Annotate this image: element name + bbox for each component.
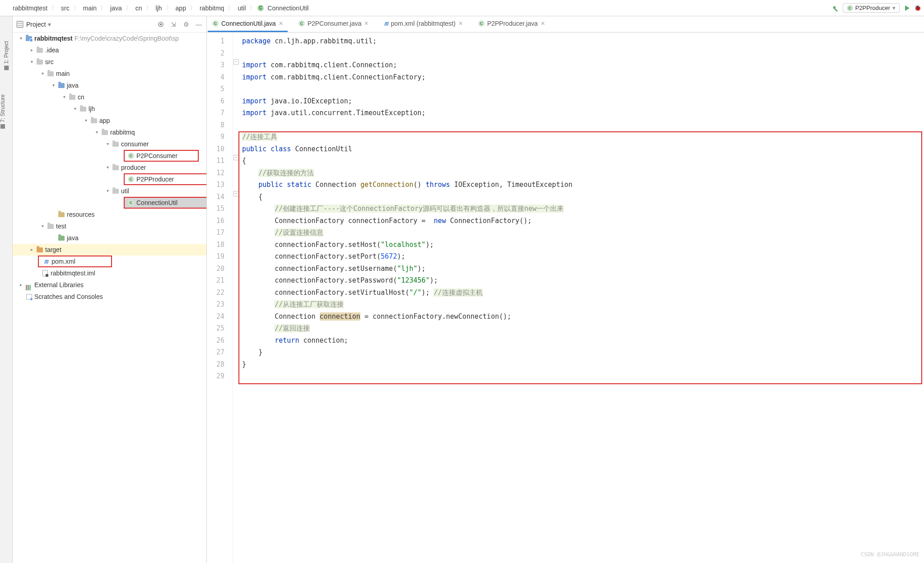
class-icon: C <box>847 5 853 11</box>
crumb-1[interactable]: src <box>59 4 71 13</box>
crumb-7[interactable]: rabbitmq <box>198 4 226 13</box>
crumb-8[interactable]: util <box>236 4 247 13</box>
debug-icon[interactable]: 🐞 <box>914 5 921 12</box>
crumb-0[interactable]: rabbitmqtest <box>11 4 49 13</box>
run-config-selector[interactable]: C P2PProducer ▾ <box>843 3 900 13</box>
run-config-label: P2PProducer <box>855 5 890 11</box>
crumb-3[interactable]: java <box>108 4 124 13</box>
crumb-5[interactable]: ljh <box>154 4 164 13</box>
crumb-4[interactable]: cn <box>134 4 144 13</box>
chevron-down-icon: ▾ <box>892 5 896 11</box>
class-icon: C <box>257 5 264 11</box>
breadcrumb[interactable]: rabbitmqtest〉 src〉 main〉 java〉 cn〉 ljh〉 … <box>3 4 832 13</box>
build-icon[interactable] <box>832 5 839 12</box>
crumb-6[interactable]: app <box>174 4 188 13</box>
top-bar: rabbitmqtest〉 src〉 main〉 java〉 cn〉 ljh〉 … <box>0 0 924 16</box>
run-icon[interactable] <box>903 5 910 12</box>
crumb-2[interactable]: main <box>81 4 98 13</box>
crumb-9[interactable]: ConnectionUtil <box>266 4 310 13</box>
